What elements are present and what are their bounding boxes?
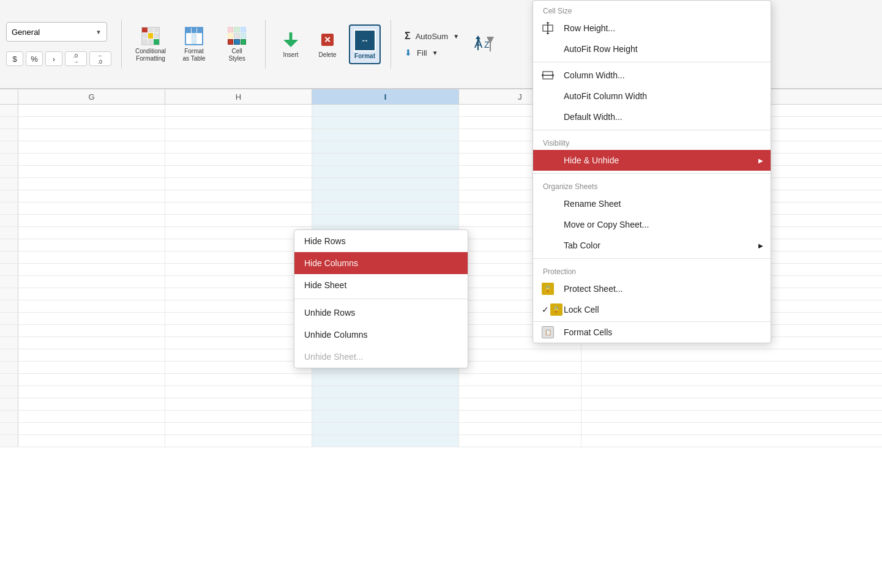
hide-unhide-submenu: Hide Rows Hide Columns Hide Sheet Unhide… [294,229,468,368]
number-format-arrow: ▼ [95,29,102,35]
rename-sheet-label: Rename Sheet [564,199,621,209]
cell-g2[interactable] [18,117,165,128]
lock-cell-item[interactable]: ✓ 🔒 Lock Cell [533,299,771,320]
toolbar-divider-2 [265,20,266,69]
protection-section-label: Protection [533,261,771,278]
hide-columns-label: Hide Columns [304,258,358,268]
fill-arrow: ▼ [432,50,438,56]
hide-unhide-label: Hide & Unhide [564,155,619,165]
insert-button[interactable]: Insert [275,28,306,61]
cell-g4[interactable] [18,141,165,153]
svg-marker-12 [553,73,554,77]
default-width-label: Default Width... [564,112,622,122]
column-width-item[interactable]: Column Width... [533,65,771,86]
move-copy-sheet-label: Move or Copy Sheet... [564,220,649,229]
tab-color-arrow: ▶ [758,242,763,249]
cell-i1[interactable] [312,105,459,116]
lock-cell-label: Lock Cell [564,305,599,314]
autosum-button[interactable]: Σ AutoSum ▼ [401,29,463,43]
format-table-label: Formatas Table [183,48,206,62]
separator-2 [533,130,771,130]
cell-h1[interactable] [165,105,312,116]
autofit-column-item[interactable]: AutoFit Column Width [533,86,771,106]
sort-filter-icon: A Z [473,33,495,55]
tab-color-item[interactable]: Tab Color ▶ [533,235,771,256]
row-num-1 [0,105,18,116]
cell-size-section-label: Cell Size [533,1,771,18]
dollar-button[interactable]: $ [6,51,23,66]
cell-h3[interactable] [165,129,312,141]
separator-1 [533,62,771,62]
autofit-column-label: AutoFit Column Width [564,91,647,101]
protect-sheet-item[interactable]: 🔒 Protect Sheet... [533,278,771,299]
lock-cell-icon: 🔒 [550,303,562,316]
unhide-columns-item[interactable]: Unhide Columns [294,324,468,346]
svg-marker-7 [546,22,550,23]
col-header-i[interactable]: I [312,89,459,104]
toolbar-divider-3 [391,20,391,69]
hide-sheet-item[interactable]: Hide Sheet [294,274,468,296]
format-label: Format [354,53,375,59]
svg-marker-11 [542,73,543,77]
format-button[interactable]: ↔ Format [349,24,381,64]
protect-sheet-icon: 🔒 [542,283,554,295]
decimal-increase-button[interactable]: .0→ [65,51,87,66]
autosum-label: AutoSum [416,32,448,41]
conditional-format-icon [141,26,160,46]
submenu-arrow: ▶ [758,157,763,164]
autosum-area: Σ AutoSum ▼ ⬇ Fill ▼ [401,29,463,59]
svg-text:Z: Z [484,40,490,50]
percent-button[interactable]: % [26,51,43,66]
organize-sheets-section-label: Organize Sheets [533,176,771,193]
hide-rows-item[interactable]: Hide Rows [294,230,468,252]
column-width-label: Column Width... [564,70,625,80]
row-header-spacer [0,89,18,104]
number-format-select[interactable]: General ▼ [6,22,107,42]
unhide-rows-item[interactable]: Unhide Rows [294,302,468,324]
delete-button[interactable]: ✕ Delete [312,28,343,61]
tab-color-label: Tab Color [564,240,600,250]
number-format-buttons: $ % › .0→ ←.0 [6,51,111,66]
cell-i4[interactable] [312,141,459,153]
decimal-decrease-button[interactable]: ←.0 [89,51,111,66]
insert-icon [281,30,301,50]
row-height-icon [542,22,554,34]
hide-unhide-item[interactable]: Hide & Unhide ▶ [533,150,771,171]
format-as-table-button[interactable]: Formatas Table [176,24,212,65]
conditional-formatting-button[interactable]: ConditionalFormatting [132,24,170,65]
cell-g1[interactable] [18,105,165,116]
svg-marker-8 [546,33,550,34]
row-height-item[interactable]: Row Height... [533,18,771,39]
unhide-rows-label: Unhide Rows [304,308,355,318]
cell-g3[interactable] [18,129,165,141]
format-cells-label: Format Cells [564,327,612,337]
row-height-label: Row Height... [564,23,615,33]
rename-sheet-item[interactable]: Rename Sheet [533,193,771,214]
cell-styles-icon [227,26,247,46]
hide-columns-item[interactable]: Hide Columns [294,252,468,274]
fill-label: Fill [417,48,427,58]
delete-icon: ✕ [318,30,337,50]
fill-button[interactable]: ⬇ Fill ▼ [401,46,463,59]
format-cells-item[interactable]: 📋 Format Cells [533,321,771,343]
row-num-3 [0,129,18,141]
unhide-sheet-item: Unhide Sheet... [294,346,468,368]
cell-h2[interactable] [165,117,312,128]
move-copy-sheet-item[interactable]: Move or Copy Sheet... [533,214,771,235]
separator-3 [533,173,771,174]
cell-i2[interactable] [312,117,459,128]
insert-label: Insert [283,51,299,58]
autofit-row-item[interactable]: AutoFit Row Height [533,39,771,59]
cell-styles-button[interactable]: CellStyles [219,24,255,65]
visibility-section-label: Visibility [533,133,771,150]
cell-i3[interactable] [312,129,459,141]
cell-h4[interactable] [165,141,312,153]
sort-filter-button[interactable]: A Z [469,29,499,59]
sub-separator-1 [294,299,468,299]
unhide-columns-label: Unhide Columns [304,330,368,340]
checkmark: ✓ [542,305,549,314]
protect-sheet-label: Protect Sheet... [564,284,623,294]
format-dropdown-menu: Cell Size Row Height... AutoFit Row Heig… [533,0,771,343]
default-width-item[interactable]: Default Width... [533,106,771,127]
comma-button[interactable]: › [45,51,62,66]
